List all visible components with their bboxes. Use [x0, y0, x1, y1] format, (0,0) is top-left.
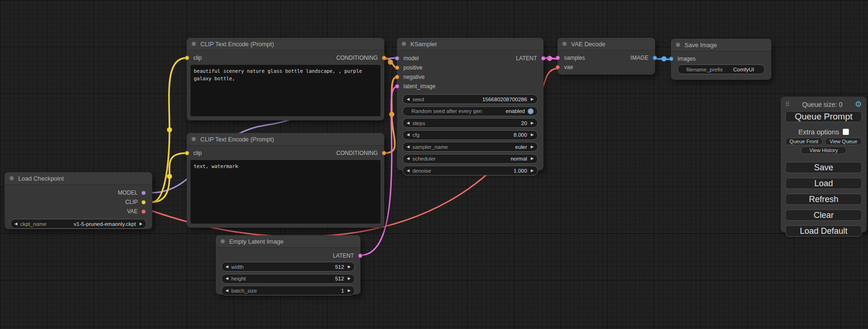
port-conditioning-icon[interactable] — [382, 56, 386, 60]
node-graph-canvas[interactable]: Load Checkpoint MODEL CLIP VAE ◀ ckpt_na… — [0, 0, 868, 329]
port-vae-icon[interactable] — [141, 210, 146, 214]
load-default-button[interactable]: Load Default — [785, 225, 862, 237]
widget-cfg[interactable]: ◀ cfg 8.000 ▶ — [402, 130, 538, 140]
link-dot[interactable] — [167, 174, 172, 179]
output-label: LATENT — [333, 252, 354, 259]
input-label: samples — [564, 55, 585, 61]
port-latent-icon[interactable] — [395, 84, 399, 89]
port-vae-icon[interactable] — [556, 65, 560, 70]
node-title-bar[interactable]: CLIP Text Encode (Prompt) — [187, 38, 384, 50]
widget-denoise[interactable]: ◀ denoise 1.000 ▶ — [402, 166, 538, 175]
input-row-negative: negative — [397, 72, 543, 82]
next-arrow-icon[interactable]: ▶ — [140, 222, 142, 226]
node-clip-text-encode-positive[interactable]: CLIP Text Encode (Prompt) clip CONDITION… — [187, 38, 384, 120]
prev-arrow-icon[interactable]: ◀ — [407, 121, 409, 125]
prev-arrow-icon[interactable]: ◀ — [407, 169, 409, 173]
widget-steps[interactable]: ◀ steps 20 ▶ — [402, 118, 538, 128]
prev-arrow-icon[interactable]: ◀ — [226, 289, 228, 293]
prev-arrow-icon[interactable]: ◀ — [226, 265, 228, 269]
next-arrow-icon[interactable]: ▶ — [531, 169, 534, 173]
widget-scheduler[interactable]: ◀ scheduler normal ▶ — [402, 154, 538, 164]
widget-ckpt-name[interactable]: ◀ ckpt_name v1-5-pruned-emaonly.ckpt ▶ — [10, 219, 147, 229]
next-arrow-icon[interactable]: ▶ — [348, 265, 351, 269]
node-empty-latent-image[interactable]: Empty Latent Image LATENT ◀ width 512 ▶ … — [216, 235, 360, 294]
widget-seed[interactable]: ◀ seed 156680208700286 ▶ — [402, 94, 538, 104]
next-arrow-icon[interactable]: ▶ — [531, 145, 534, 149]
prev-arrow-icon[interactable]: ◀ — [226, 277, 228, 280]
toggle-enabled-icon[interactable] — [528, 108, 534, 114]
collapse-dot-icon[interactable] — [191, 137, 196, 141]
collapse-dot-icon[interactable] — [402, 42, 406, 46]
queue-prompt-button[interactable]: Queue Prompt — [785, 111, 862, 122]
load-button[interactable]: Load — [785, 178, 862, 189]
queue-front-button[interactable]: Queue Front — [785, 138, 823, 145]
collapse-dot-icon[interactable] — [191, 42, 196, 46]
output-label: IMAGE — [630, 55, 649, 61]
port-conditioning-icon[interactable] — [395, 75, 399, 79]
node-ksampler[interactable]: KSampler model LATENT positive negative … — [397, 38, 543, 170]
prev-arrow-icon[interactable]: ◀ — [407, 133, 409, 137]
io-row: clip CONDITIONING — [187, 53, 384, 63]
prev-arrow-icon[interactable]: ◀ — [407, 145, 409, 149]
refresh-button[interactable]: Refresh — [785, 194, 862, 205]
port-latent-icon[interactable] — [556, 56, 560, 60]
next-arrow-icon[interactable]: ▶ — [348, 277, 351, 280]
port-clip-icon[interactable] — [185, 56, 189, 60]
port-conditioning-icon[interactable] — [395, 66, 399, 70]
input-row-images: images — [671, 54, 771, 63]
next-arrow-icon[interactable]: ▶ — [348, 289, 351, 293]
link-dot[interactable] — [547, 56, 552, 61]
widget-width[interactable]: ◀ width 512 ▶ — [221, 262, 355, 272]
next-arrow-icon[interactable]: ▶ — [531, 98, 534, 101]
view-queue-button[interactable]: View Queue — [825, 138, 862, 145]
next-arrow-icon[interactable]: ▶ — [531, 133, 534, 137]
prev-arrow-icon[interactable]: ◀ — [407, 157, 409, 161]
port-latent-icon[interactable] — [358, 254, 362, 258]
drag-handle-icon[interactable]: ⠿ — [785, 101, 790, 107]
widget-sampler-name[interactable]: ◀ sampler_name euler ▶ — [402, 142, 538, 152]
prev-arrow-icon[interactable]: ◀ — [14, 222, 17, 226]
next-arrow-icon[interactable]: ▶ — [531, 121, 534, 125]
prompt-textarea[interactable]: beautiful scenery nature glass bottle la… — [191, 65, 381, 116]
settings-gear-icon[interactable]: ⚙ — [855, 100, 862, 108]
link-dot[interactable] — [388, 60, 393, 65]
extra-options-checkbox[interactable] — [843, 129, 849, 135]
node-title-bar[interactable]: Empty Latent Image — [216, 235, 360, 248]
collapse-dot-icon[interactable] — [220, 239, 225, 244]
view-history-button[interactable]: View History — [801, 147, 847, 154]
port-image-icon[interactable] — [669, 57, 673, 61]
widget-batch-size[interactable]: ◀ batch_size 1 ▶ — [221, 286, 355, 295]
node-clip-text-encode-negative[interactable]: CLIP Text Encode (Prompt) clip CONDITION… — [187, 133, 384, 228]
node-load-checkpoint[interactable]: Load Checkpoint MODEL CLIP VAE ◀ ckpt_na… — [5, 172, 152, 229]
link-dot[interactable] — [389, 112, 395, 117]
prompt-textarea[interactable]: text, watermark — [191, 160, 381, 224]
link-dot[interactable] — [662, 56, 667, 62]
clear-button[interactable]: Clear — [785, 210, 862, 221]
node-title-bar[interactable]: VAE Decode — [557, 38, 655, 50]
widget-filename-prefix[interactable]: filename_prefix ComfyUI — [677, 64, 765, 74]
collapse-dot-icon[interactable] — [676, 42, 680, 47]
node-save-image[interactable]: Save Image images filename_prefix ComfyU… — [671, 39, 771, 80]
node-title-bar[interactable]: KSampler — [397, 38, 543, 50]
port-model-icon[interactable] — [141, 191, 146, 195]
collapse-dot-icon[interactable] — [562, 42, 567, 46]
next-arrow-icon[interactable]: ▶ — [531, 157, 534, 161]
port-model-icon[interactable] — [395, 56, 399, 61]
port-clip-icon[interactable] — [141, 200, 146, 204]
collapse-dot-icon[interactable] — [9, 176, 14, 181]
port-clip-icon[interactable] — [185, 151, 189, 155]
prev-arrow-icon[interactable]: ◀ — [407, 98, 409, 101]
port-conditioning-icon[interactable] — [382, 151, 386, 155]
widget-height[interactable]: ◀ height 512 ▶ — [221, 274, 355, 284]
port-image-icon[interactable] — [653, 56, 657, 60]
node-title-bar[interactable]: Save Image — [671, 39, 771, 51]
widget-random-seed-toggle[interactable]: Random seed after every gen enabled — [402, 106, 538, 116]
input-label: negative — [403, 74, 424, 80]
node-vae-decode[interactable]: VAE Decode samples IMAGE vae — [557, 38, 655, 75]
node-title-bar[interactable]: Load Checkpoint — [5, 172, 152, 185]
output-label: VAE — [127, 208, 138, 215]
node-title-bar[interactable]: CLIP Text Encode (Prompt) — [187, 133, 384, 146]
link-dot[interactable] — [167, 127, 172, 133]
port-latent-icon[interactable] — [541, 56, 545, 61]
save-button[interactable]: Save — [785, 162, 862, 173]
